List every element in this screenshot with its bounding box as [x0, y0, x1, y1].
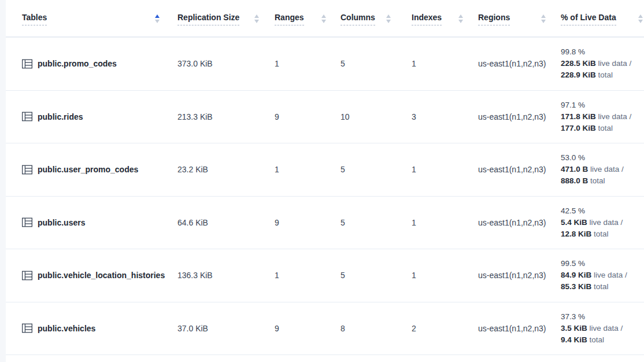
replication-size-value: 23.2 KiB: [168, 165, 267, 174]
table-header-row: Tables Replication Size Ranges Columns I…: [6, 0, 644, 38]
table-icon: [22, 165, 32, 175]
table-icon: [22, 112, 32, 121]
live-data-label: live data /: [598, 59, 632, 68]
total-data-label: total: [598, 124, 613, 132]
table-row: public.promo_codes 373.0 KiB 1 5 1 us-ea…: [6, 38, 644, 91]
table-name: public.rides: [38, 112, 83, 121]
columns-value: 5: [334, 271, 399, 280]
table-row: public.vehicle_location_histories 136.3 …: [6, 249, 644, 302]
regions-value: us-east1(n1,n2,n3): [471, 271, 554, 280]
column-header-label: Replication Size: [177, 13, 239, 25]
column-header-ranges[interactable]: Ranges: [267, 0, 334, 36]
live-data-percent: 97.1 %: [561, 99, 644, 111]
column-header-columns[interactable]: Columns: [334, 0, 399, 36]
live-data-label: live data /: [590, 165, 624, 173]
table-name-link[interactable]: public.user_promo_codes: [6, 165, 168, 175]
live-data-value: 53.0 % 471.0 B live data / 888.0 B total: [554, 152, 644, 187]
column-header-replication-size[interactable]: Replication Size: [168, 0, 267, 36]
table-icon: [22, 217, 32, 227]
table-row: public.user_promo_codes 23.2 KiB 1 5 1 u…: [6, 143, 644, 197]
table-name: public.users: [38, 218, 85, 227]
replication-size-value: 213.3 KiB: [168, 112, 267, 121]
regions-value: us-east1(n1,n2,n3): [471, 218, 554, 227]
column-header-label: Tables: [22, 13, 47, 25]
columns-value: 10: [334, 112, 399, 121]
table-icon: [22, 59, 32, 69]
table-row: public.vehicles 37.0 KiB 9 8 2 us-east1(…: [6, 302, 644, 356]
ranges-value: 9: [267, 218, 334, 227]
regions-value: us-east1(n1,n2,n3): [471, 165, 554, 174]
table-name-link[interactable]: public.rides: [6, 112, 168, 121]
column-header-indexes[interactable]: Indexes: [399, 0, 471, 36]
sort-arrows-icon: [155, 14, 160, 23]
table-name-link[interactable]: public.vehicle_location_histories: [6, 271, 168, 280]
total-data-bytes: 85.3 KiB: [561, 282, 591, 291]
sort-arrows-icon: [541, 14, 546, 23]
column-header-tables[interactable]: Tables: [6, 0, 168, 36]
sort-arrows-icon: [638, 14, 643, 23]
columns-value: 5: [334, 59, 399, 68]
live-data-percent: 99.8 %: [561, 46, 644, 58]
column-header-label: Regions: [478, 13, 510, 25]
total-data-label: total: [594, 230, 609, 238]
sort-arrows-icon: [321, 14, 326, 23]
total-data-bytes: 228.9 KiB: [561, 71, 596, 79]
total-data-bytes: 12.8 KiB: [561, 230, 591, 238]
sort-arrows-icon: [386, 14, 391, 23]
indexes-value: 1: [399, 218, 471, 227]
column-header-regions[interactable]: Regions: [471, 0, 554, 36]
columns-value: 5: [334, 165, 399, 174]
tables-table: Tables Replication Size Ranges Columns I…: [6, 0, 644, 362]
live-data-percent: 53.0 %: [561, 152, 644, 164]
columns-value: 8: [334, 324, 399, 333]
live-data-value: 42.5 % 5.4 KiB live data / 12.8 KiB tota…: [554, 205, 644, 240]
replication-size-value: 64.6 KiB: [168, 218, 267, 227]
total-data-bytes: 9.4 KiB: [561, 335, 587, 344]
live-data-value: 99.5 % 84.9 KiB live data / 85.3 KiB tot…: [554, 258, 644, 293]
total-data-label: total: [590, 335, 605, 344]
column-header-label: Ranges: [275, 13, 304, 25]
live-data-label: live data /: [598, 112, 632, 121]
total-data-label: total: [590, 176, 605, 185]
column-header-label: % of Live Data: [561, 13, 616, 25]
indexes-value: 1: [399, 165, 471, 174]
replication-size-value: 37.0 KiB: [168, 324, 267, 333]
live-data-bytes: 228.5 KiB: [561, 59, 596, 68]
table-name: public.user_promo_codes: [38, 165, 138, 174]
live-data-bytes: 3.5 KiB: [561, 324, 587, 333]
columns-value: 5: [334, 218, 399, 227]
table-name-link[interactable]: public.vehicles: [6, 323, 168, 333]
live-data-value: 97.1 % 171.8 KiB live data / 177.0 KiB t…: [554, 99, 644, 134]
replication-size-value: 373.0 KiB: [168, 59, 267, 68]
ranges-value: 1: [267, 165, 334, 174]
table-icon: [22, 271, 32, 280]
ranges-value: 1: [267, 59, 334, 68]
table-name-link[interactable]: public.promo_codes: [6, 59, 168, 69]
ranges-value: 9: [267, 112, 334, 121]
ranges-value: 9: [267, 324, 334, 333]
regions-value: us-east1(n1,n2,n3): [471, 59, 554, 68]
sort-arrows-icon: [254, 14, 259, 23]
live-data-label: live data /: [590, 324, 623, 333]
live-data-value: 37.3 % 3.5 KiB live data / 9.4 KiB total: [554, 311, 644, 346]
column-header-live-data[interactable]: % of Live Data: [554, 0, 644, 36]
live-data-bytes: 84.9 KiB: [561, 271, 591, 279]
tables-page: Tables Replication Size Ranges Columns I…: [0, 0, 644, 362]
regions-value: us-east1(n1,n2,n3): [471, 112, 554, 121]
column-header-label: Indexes: [412, 13, 442, 25]
table-body: public.promo_codes 373.0 KiB 1 5 1 us-ea…: [6, 38, 644, 355]
replication-size-value: 136.3 KiB: [168, 271, 267, 280]
live-data-percent: 37.3 %: [561, 311, 644, 323]
indexes-value: 2: [399, 324, 471, 333]
column-header-label: Columns: [340, 13, 375, 25]
live-data-bytes: 171.8 KiB: [561, 112, 596, 121]
indexes-value: 1: [399, 59, 471, 68]
table-row: public.users 64.6 KiB 9 5 1 us-east1(n1,…: [6, 197, 644, 250]
live-data-label: live data /: [594, 271, 627, 279]
indexes-value: 3: [399, 112, 471, 121]
live-data-bytes: 5.4 KiB: [561, 218, 587, 227]
table-icon: [22, 323, 32, 333]
table-name: public.vehicle_location_histories: [38, 271, 165, 280]
live-data-percent: 99.5 %: [561, 258, 644, 269]
table-name-link[interactable]: public.users: [6, 217, 168, 227]
